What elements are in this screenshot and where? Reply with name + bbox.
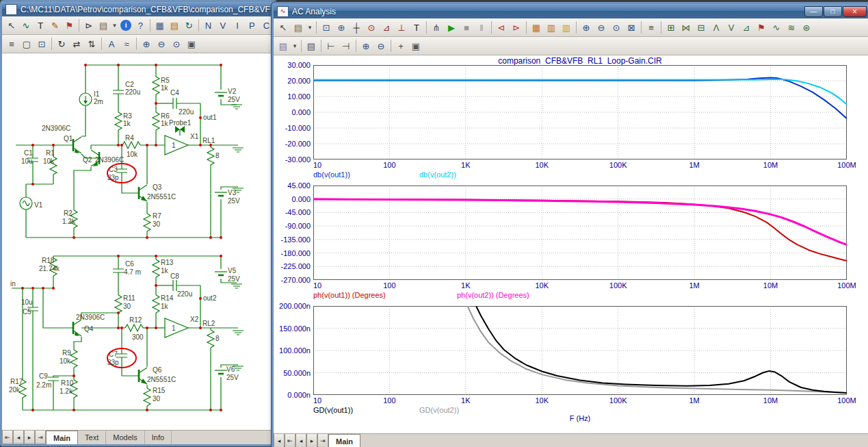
component-label[interactable]: R2 xyxy=(64,209,73,217)
fft-icon[interactable]: ≋ xyxy=(784,20,799,35)
mirror-horizontal-icon[interactable]: ⇄ xyxy=(69,36,84,51)
info-button[interactable]: i xyxy=(120,20,131,31)
component-label[interactable]: C8 xyxy=(170,272,179,280)
resistor[interactable] xyxy=(70,350,77,368)
layers-icon[interactable]: ▣ xyxy=(408,38,423,53)
legend-gd-v-out1-[interactable]: GD(v(out1)) xyxy=(313,406,353,415)
component-label[interactable]: 1.2k xyxy=(62,218,76,225)
component-label[interactable]: C3 xyxy=(109,166,118,173)
wire[interactable] xyxy=(74,167,91,210)
cursor-mode-icon[interactable]: ┼ xyxy=(349,20,364,35)
component-label[interactable]: 25V xyxy=(228,275,240,283)
select-arrow-icon[interactable]: ↖ xyxy=(276,20,291,35)
text-tool-icon[interactable]: T xyxy=(409,20,424,35)
wire[interactable] xyxy=(74,337,81,350)
properties-icon[interactable]: ≡ xyxy=(4,36,19,51)
component-label[interactable]: 30 xyxy=(123,303,131,310)
component-label[interactable]: R5 xyxy=(161,77,170,84)
component-label[interactable]: R11 xyxy=(123,294,135,302)
clipboard-icon[interactable]: ▤ xyxy=(96,18,111,33)
component-label[interactable]: R13 xyxy=(161,259,174,266)
close-button[interactable]: × xyxy=(843,6,867,17)
component-label[interactable]: 33p xyxy=(107,174,119,181)
component-label[interactable]: Q1 xyxy=(64,135,73,142)
schematic-tab-main[interactable]: Main xyxy=(46,431,78,444)
component-label[interactable]: 220u xyxy=(179,108,194,116)
component-label[interactable]: 2N5551C xyxy=(147,193,176,201)
next-page-button[interactable]: ▸ xyxy=(306,434,317,447)
component-label[interactable]: RL1 xyxy=(202,137,215,144)
component-label[interactable]: 33p xyxy=(107,359,119,366)
peak-marker-icon[interactable]: Λ xyxy=(709,20,724,35)
first-page-button[interactable]: ⇤ xyxy=(2,431,13,444)
restore-button[interactable]: □ xyxy=(824,6,842,17)
component-label[interactable]: R12 xyxy=(129,316,142,324)
wire[interactable] xyxy=(81,105,86,136)
resistor[interactable] xyxy=(207,147,214,165)
zoom-in-icon[interactable]: ⊕ xyxy=(579,20,594,35)
component-label[interactable]: 10u xyxy=(21,157,33,165)
flag-tool-icon[interactable]: ⚑ xyxy=(62,18,77,33)
component-label[interactable]: 1k xyxy=(161,84,169,92)
resistor[interactable] xyxy=(153,295,159,313)
node-voltages-toggle[interactable]: V xyxy=(215,18,230,33)
component-label[interactable]: R9 xyxy=(62,349,71,357)
component-label[interactable]: R15 xyxy=(153,387,166,394)
component-label[interactable]: C5 xyxy=(23,308,31,316)
stop-button[interactable]: ■ xyxy=(459,20,474,35)
legend-db-v-out1-[interactable]: db(v(out1)) xyxy=(313,170,350,179)
wire[interactable] xyxy=(43,288,73,328)
minimize-button[interactable]: — xyxy=(804,6,823,17)
zoom-out-icon[interactable]: ⊖ xyxy=(154,36,169,51)
point-tag-icon[interactable]: ⊙ xyxy=(364,20,379,35)
zoom-out-icon[interactable]: ⊖ xyxy=(594,20,609,35)
cursor-align-right-icon[interactable]: ⊣ xyxy=(339,38,354,53)
plot-3[interactable] xyxy=(313,306,847,395)
zoom-percent-icon[interactable]: ⊙ xyxy=(169,36,184,51)
component-label[interactable]: R3 xyxy=(123,112,132,120)
zoom-out-icon[interactable]: ⊖ xyxy=(373,38,389,53)
component-label[interactable]: 10u xyxy=(21,298,33,306)
prev-page-button[interactable]: ◂ xyxy=(295,434,306,447)
cursor-left-icon[interactable]: ⊲ xyxy=(494,20,509,35)
component-label[interactable]: C7 xyxy=(109,350,118,358)
capacitor[interactable] xyxy=(173,98,176,109)
smith-chart-icon[interactable]: ⊛ xyxy=(799,20,814,35)
numeric-output-icon[interactable]: ▥ xyxy=(544,20,559,35)
waveform-icon[interactable]: ∿ xyxy=(769,20,784,35)
schematic-tab-info[interactable]: Info xyxy=(145,431,172,444)
component-label[interactable]: 10k xyxy=(60,357,71,365)
component-label[interactable]: R17 xyxy=(10,378,23,385)
mirror-vertical-icon[interactable]: ⇅ xyxy=(84,36,99,51)
select-arrow-icon[interactable]: ↖ xyxy=(4,18,18,33)
clipboard-icon[interactable]: ▤ xyxy=(291,20,306,35)
component-label[interactable]: out1 xyxy=(203,114,217,121)
schematic-tab-models[interactable]: Models xyxy=(106,431,144,444)
component-label[interactable]: R10 xyxy=(61,379,74,387)
component-label[interactable]: 1k xyxy=(161,120,169,127)
capacitor[interactable] xyxy=(116,169,127,173)
tag-icon[interactable]: ⚑ xyxy=(754,20,769,35)
component-menu-icon[interactable]: ⊳ xyxy=(81,18,96,33)
run-button[interactable]: ▶ xyxy=(444,20,459,35)
magnify-mode-icon[interactable]: ⊕ xyxy=(334,20,349,35)
opamp[interactable] xyxy=(165,136,188,155)
component-label[interactable]: 1 xyxy=(172,324,176,332)
component-label[interactable]: I1 xyxy=(94,90,100,98)
component-label[interactable]: X2 xyxy=(190,316,199,323)
numeric-pages-icon[interactable]: ▤ xyxy=(304,38,319,53)
resistor[interactable] xyxy=(144,214,150,231)
transistor[interactable] xyxy=(73,137,81,153)
plot-panel[interactable]: comparison_CFB&VFB_RL1_Loop-Gain.CIR F (… xyxy=(274,55,868,433)
component-label[interactable]: 8 xyxy=(215,335,220,342)
component-label[interactable]: 4.7 m xyxy=(124,268,141,276)
component-label[interactable]: 10k xyxy=(127,151,138,158)
component-label[interactable]: Q4 xyxy=(84,325,94,333)
component-label[interactable]: 10k xyxy=(43,157,55,165)
slope-icon[interactable]: ⊿ xyxy=(739,20,754,35)
component-label[interactable]: 220u xyxy=(177,290,192,298)
properties-icon[interactable]: ≡ xyxy=(644,20,659,35)
zoom-in-icon[interactable]: ⊕ xyxy=(139,36,154,51)
state-variables-icon[interactable]: ▥ xyxy=(559,20,574,35)
schematic-titlebar[interactable]: ▤ C:\MC11\DATA\Petrov\comparison_CFB&VFB… xyxy=(2,2,276,16)
